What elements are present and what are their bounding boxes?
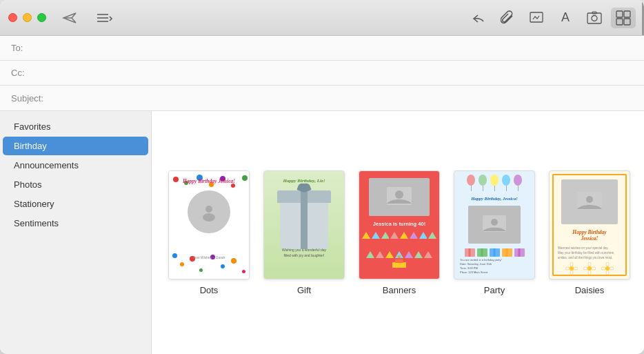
svg-marker-22 bbox=[419, 232, 427, 239]
templates-area: Happy Birthday Jessica! bbox=[152, 111, 644, 354]
svg-rect-4 bbox=[530, 12, 543, 22]
list-button[interactable] bbox=[88, 8, 122, 28]
banners-photo bbox=[369, 178, 430, 216]
to-label: To: bbox=[11, 43, 52, 53]
svg-point-50 bbox=[606, 262, 609, 266]
svg-rect-11 bbox=[624, 19, 630, 25]
template-label-dots: Dots bbox=[200, 285, 219, 295]
maximize-button[interactable] bbox=[37, 13, 46, 22]
svg-point-13 bbox=[203, 213, 215, 222]
reply-button[interactable] bbox=[466, 8, 491, 28]
to-input[interactable] bbox=[52, 43, 633, 53]
party-body-text: You are invited to a birthday party! Dat… bbox=[460, 258, 529, 275]
svg-marker-30 bbox=[424, 251, 432, 258]
banners-text: Jessica is turning 40! bbox=[359, 221, 439, 227]
sidebar-item-photos[interactable]: Photos bbox=[3, 175, 148, 194]
svg-point-40 bbox=[570, 262, 573, 266]
gift-box bbox=[280, 190, 328, 249]
subject-input[interactable] bbox=[52, 93, 633, 104]
cc-input[interactable] bbox=[52, 68, 633, 78]
stationery-icon bbox=[616, 10, 631, 26]
header-fields: To: Cc: Subject: bbox=[0, 36, 644, 111]
titlebar: A bbox=[0, 0, 644, 36]
svg-marker-19 bbox=[390, 232, 399, 239]
svg-point-48 bbox=[592, 267, 596, 270]
template-card-party[interactable]: Happy Birthday, Jessica! bbox=[454, 170, 535, 279]
send-icon bbox=[62, 12, 77, 24]
annotate-button[interactable] bbox=[524, 8, 549, 28]
attach-button[interactable] bbox=[495, 8, 520, 28]
svg-marker-17 bbox=[372, 232, 380, 239]
party-heading: Happy Birthday, Jessica! bbox=[454, 196, 534, 201]
photo-icon bbox=[587, 11, 602, 25]
subject-label: Subject: bbox=[11, 93, 52, 104]
svg-marker-16 bbox=[362, 232, 370, 239]
svg-marker-23 bbox=[428, 232, 436, 239]
svg-rect-10 bbox=[616, 19, 623, 25]
banners-cake-icon bbox=[391, 255, 407, 272]
svg-point-49 bbox=[605, 266, 610, 271]
dots-heading: Happy Birthday Jessica! bbox=[169, 178, 249, 184]
svg-point-47 bbox=[583, 267, 587, 270]
stationery-button[interactable] bbox=[611, 8, 636, 28]
sidebar-item-stationery[interactable]: Stationery bbox=[3, 195, 148, 213]
mail-compose-window: A To: bbox=[0, 0, 644, 354]
photo-button[interactable] bbox=[582, 8, 607, 28]
party-gifts-row bbox=[454, 248, 534, 257]
toolbar-right: A bbox=[466, 8, 636, 28]
svg-rect-32 bbox=[395, 259, 403, 263]
svg-point-12 bbox=[205, 206, 212, 213]
toolbar-left bbox=[57, 8, 122, 28]
svg-point-52 bbox=[601, 267, 605, 270]
template-label-daisies: Daisies bbox=[575, 285, 605, 295]
template-item-banners[interactable]: Jessica is turning 40! bbox=[359, 170, 440, 295]
party-balloons bbox=[454, 175, 534, 191]
svg-rect-9 bbox=[624, 11, 630, 17]
template-card-daisies[interactable]: Happy BirthdayJessica! Warmest wishes on… bbox=[549, 170, 630, 279]
svg-marker-21 bbox=[410, 232, 418, 239]
gift-body-text: Wishing you a wonderful dayfilled with j… bbox=[264, 247, 344, 258]
svg-marker-29 bbox=[414, 251, 423, 258]
svg-rect-8 bbox=[616, 11, 623, 17]
sidebar-item-favorites[interactable]: Favorites bbox=[3, 117, 148, 136]
cc-label: Cc: bbox=[11, 68, 52, 78]
template-label-banners: Banners bbox=[383, 285, 416, 295]
close-button[interactable] bbox=[8, 13, 17, 22]
sidebar: Favorites Birthday Announcements Photos … bbox=[0, 111, 152, 354]
template-item-gift[interactable]: Happy Birthday, Liz! bbox=[263, 170, 345, 295]
subject-field-row[interactable]: Subject: bbox=[0, 86, 644, 110]
template-label-gift: Gift bbox=[297, 285, 311, 295]
svg-point-43 bbox=[574, 267, 578, 270]
svg-rect-31 bbox=[392, 262, 406, 268]
template-card-dots[interactable]: Happy Birthday Jessica! bbox=[168, 170, 250, 279]
sidebar-item-birthday[interactable]: Birthday bbox=[3, 137, 148, 155]
svg-point-45 bbox=[588, 262, 591, 266]
daisies-flowers bbox=[550, 262, 630, 275]
sidebar-item-sentiments[interactable]: Sentiments bbox=[3, 214, 148, 233]
svg-point-44 bbox=[587, 266, 592, 271]
list-icon bbox=[96, 12, 114, 24]
font-button[interactable]: A bbox=[553, 8, 578, 28]
svg-rect-5 bbox=[587, 13, 601, 23]
attach-icon bbox=[501, 10, 514, 26]
send-button[interactable] bbox=[57, 8, 82, 28]
daisies-body-text: Warmest wishes on your special day. May … bbox=[558, 246, 621, 261]
svg-point-51 bbox=[606, 271, 609, 275]
svg-point-42 bbox=[565, 267, 570, 270]
template-item-daisies[interactable]: Happy BirthdayJessica! Warmest wishes on… bbox=[549, 170, 630, 295]
party-photo bbox=[468, 206, 521, 244]
template-card-gift[interactable]: Happy Birthday, Liz! bbox=[263, 170, 345, 279]
sidebar-item-announcements[interactable]: Announcements bbox=[3, 156, 148, 175]
to-field-row[interactable]: To: bbox=[0, 36, 644, 61]
template-card-banners[interactable]: Jessica is turning 40! bbox=[359, 170, 440, 279]
annotate-icon bbox=[529, 11, 544, 25]
svg-marker-25 bbox=[376, 251, 384, 258]
templates-grid: Happy Birthday Jessica! bbox=[168, 170, 630, 295]
template-item-party[interactable]: Happy Birthday, Jessica! bbox=[454, 170, 535, 295]
template-item-dots[interactable]: Happy Birthday Jessica! bbox=[168, 170, 250, 295]
dots-photo bbox=[188, 190, 230, 233]
minimize-button[interactable] bbox=[23, 13, 32, 22]
svg-point-36 bbox=[491, 219, 498, 226]
cc-field-row[interactable]: Cc: bbox=[0, 61, 644, 86]
font-icon: A bbox=[561, 10, 570, 25]
